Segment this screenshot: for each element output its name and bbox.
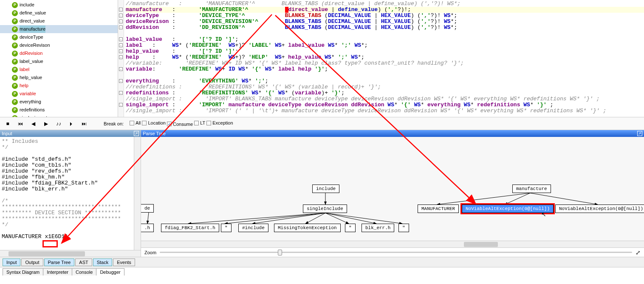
checkbox-exception[interactable]: Exception [206,120,233,125]
tree-node-n_nvae2[interactable]: NoViableAltException(0@[null]) [555,204,644,213]
sidebar-item-direct_value[interactable]: Pdirect_value [0,17,118,25]
editor-line[interactable]: //redefinitions : 'REDEFINITIONS' WS* '{… [126,84,644,90]
tree-node-n_nvae1[interactable]: NoViableAltException(0@[null]) [462,204,554,213]
page-tab-interpreter[interactable]: Interpreter [43,268,72,275]
tree-node-n_fdiag[interactable]: fdiag_FBK2_Start.h [161,224,219,232]
sidebar-item-manufacture[interactable]: Pmanufacture [0,25,118,33]
sidebar-item-deviceRevison[interactable]: PdeviceRevison [0,41,118,49]
sidebar-item-define_value[interactable]: Pdefine_value [0,9,118,17]
checkbox-location[interactable]: Location [142,120,166,125]
editor-line[interactable]: redefinitions : 'REDEFINITIONS' WS* '{' … [126,90,644,96]
step-over-button[interactable]: ⏵ [68,120,75,127]
page-tab-console[interactable]: Console [72,268,96,275]
zoom-max-icon[interactable]: ⤢ [636,249,641,256]
fold-icon[interactable]: - [119,55,123,59]
editor-line[interactable] [126,72,644,78]
play-button[interactable]: ▶ [42,120,49,127]
sidebar-item-label[interactable]: Plabel [0,65,118,74]
tree-node-n_singleInclude[interactable]: singleInclude [303,204,347,213]
tree-node-n_q2[interactable]: " [345,224,356,232]
tree-node-n_hashinc[interactable]: #include [238,224,268,232]
tab-stack[interactable]: Stack [93,258,113,266]
step-back-button[interactable]: ◀ [30,120,37,127]
editor-line[interactable]: //single_import : 'IMPORT' BLANKS_TABS m… [126,96,644,102]
input-scrollbar-y[interactable] [134,137,141,250]
sidebar-item-label: label_value [20,58,43,65]
tree-node-n_q1[interactable]: " [221,224,232,232]
editor-line[interactable]: everything : 'EVERYTHING' WS* ';'; [126,78,644,84]
tree-node-n_de[interactable]: de [141,204,154,213]
fold-icon[interactable]: - [119,43,123,47]
editor-line[interactable]: deviceType : 'DEVICE_TYPE'^ BLANKS_TABS … [126,13,644,19]
popout-icon[interactable]: ↗ [637,131,642,136]
tree-node-n_MANUFACTURER[interactable]: MANUFACTURER [418,204,459,213]
popout-icon[interactable]: ↗ [134,131,139,136]
tree-node-n_h0[interactable]: .h [141,224,154,232]
sidebar-item-variable[interactable]: Pvariable [0,90,118,98]
editor-line[interactable]: label_value : '['? ID ']'; [126,37,644,43]
sidebar-item-deviceType[interactable]: PdeviceType [0,33,118,41]
tab-output[interactable]: Output [21,258,43,266]
stop-button[interactable]: ■ [4,120,11,127]
fold-icon[interactable]: - [119,79,123,83]
tree-node-n_include[interactable]: include [312,185,339,193]
fold-icon[interactable]: - [119,14,123,17]
editor-line[interactable]: single_import : 'IMPORT' manufacture dev… [126,102,644,108]
checkbox-consume[interactable]: ✓Consume [167,122,193,127]
editor-line[interactable]: //variable: 'REDEFINE' WS+ ID WS* '{' WS… [126,60,644,66]
fold-icon[interactable]: - [119,49,123,53]
sidebar-item-redefinitions[interactable]: Predefinitions [0,106,118,114]
tab-input[interactable]: Input [3,258,20,266]
tree-node-n_mte[interactable]: MissingTokenException [274,224,341,232]
editor-line[interactable]: manufacture : 'MANUFACTURER'^ direct_val… [126,7,644,13]
step-into-button[interactable]: ♪♪ [55,120,62,127]
fast-forward-button[interactable]: ⏭ [81,120,88,127]
sidebar-item-single_import[interactable]: Psingle_import [0,114,118,117]
fold-icon[interactable]: - [119,91,123,95]
rewind-button[interactable]: ⏮ [17,120,24,127]
fold-icon[interactable]: - [119,103,123,107]
tree-node-n_manufacture[interactable]: manufacture [512,185,551,193]
editor-line[interactable]: variable: 'REDEFINE' WS+ ID WS* '{' WS* … [126,66,644,72]
editor-line[interactable]: deviceRevison : 'DEVICE_REVISION'^ BLANK… [126,19,644,25]
sidebar-item-help_value[interactable]: Phelp_value [0,74,118,82]
fold-icon[interactable]: - [119,26,123,29]
editor-line[interactable]: help_value : '['? ID ']'; [126,48,644,54]
sidebar-item-label: direct_value [20,17,45,25]
fold-icon[interactable]: - [119,8,123,11]
sidebar-item-everything[interactable]: Peverything [0,98,118,106]
sidebar-item-ddRevision[interactable]: PddRevision [0,49,118,57]
sidebar-item-help[interactable]: Phelp [0,82,118,90]
tab-events[interactable]: Events [113,258,135,266]
tab-parse-tree[interactable]: Parse Tree [44,258,75,266]
input-text-area[interactable]: ** Includes*/ #include "std_defs.h"#incl… [0,137,134,250]
page-tab-syntax-diagram[interactable]: Syntax Diagram [3,268,43,275]
page-tab-debugger[interactable]: Debugger [96,268,124,275]
fold-icon[interactable]: - [119,20,123,23]
sidebar-item-include[interactable]: Pinclude [0,1,118,9]
zoom-slider[interactable] [160,252,632,253]
parse-tree-canvas[interactable]: includemanufacturedesingleIncludeMANUFAC… [141,137,644,241]
tab-ast[interactable]: AST [75,258,92,266]
tree-node-n_blkerr[interactable]: blk_err.h [362,224,394,232]
editor-line[interactable]: ddRevision : 'DD_REVISION'^ BLANKS_TABS … [126,25,644,31]
fold-icon[interactable]: - [119,67,123,71]
sidebar-item-label_value[interactable]: Plabel_value [0,57,118,65]
editor-line[interactable]: //single_import : 'IMPORT' (' ' | '\t')+… [126,108,644,114]
svg-line-4 [530,193,598,204]
checkbox-all[interactable]: All [130,120,141,125]
zoom-bar: Zoom ⤢ [141,247,644,257]
input-scrollbar-x[interactable] [0,250,141,257]
grammar-editor[interactable]: ------------ //manufacture : 'MANUFACTUR… [118,0,644,117]
input-line [2,228,132,234]
tree-scrollbar-x[interactable] [141,241,644,247]
parser-rule-icon: P [12,115,18,117]
tree-node-n_q3[interactable]: " [398,224,409,232]
editor-line[interactable]: //manufacture : 'MANUFACTURER'^ BLANKS_T… [126,1,644,7]
editor-line[interactable] [126,31,644,37]
editor-line[interactable]: help : WS* ('REDEFINE' WS+)? 'HELP' WS+ … [126,54,644,60]
editor-line[interactable]: label : WS* ('REDEFINE' WS+)? 'LABEL' WS… [126,43,644,48]
rule-sidebar[interactable]: PincludePdefine_valuePdirect_valuePmanuf… [0,0,118,117]
checkbox-lt[interactable]: LT [194,120,205,125]
fold-icon[interactable]: - [119,37,123,41]
